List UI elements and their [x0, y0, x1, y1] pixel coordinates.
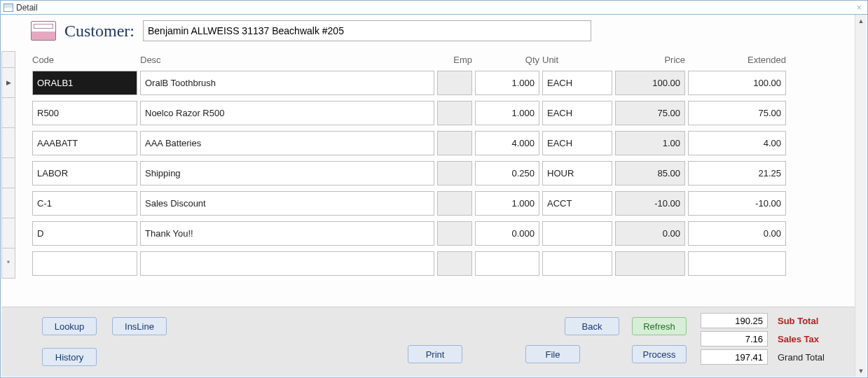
record-selector-column [1, 51, 15, 279]
customer-icon [31, 21, 56, 41]
line-row [15, 68, 850, 98]
unit-input[interactable] [542, 161, 612, 186]
unit-input[interactable] [542, 251, 612, 276]
line-row [15, 98, 850, 128]
emp-input[interactable] [437, 101, 472, 125]
line-row [15, 218, 850, 248]
scroll-up-icon[interactable]: ▲ [855, 15, 867, 27]
emp-input[interactable] [437, 71, 472, 95]
desc-input[interactable] [140, 71, 434, 95]
line-row [15, 248, 850, 279]
print-button[interactable]: Print [408, 345, 462, 363]
unit-input[interactable] [542, 71, 612, 95]
code-input[interactable] [32, 221, 137, 246]
emp-input[interactable] [437, 131, 472, 155]
ext-input[interactable] [688, 101, 786, 125]
price-input[interactable] [615, 161, 685, 186]
refresh-button[interactable]: Refresh [632, 317, 687, 335]
unit-input[interactable] [542, 191, 612, 216]
price-input[interactable] [615, 71, 685, 95]
price-input[interactable] [615, 251, 685, 276]
code-input[interactable] [32, 131, 137, 155]
record-selector[interactable] [1, 218, 15, 248]
unit-input[interactable] [542, 131, 612, 155]
code-input[interactable] [32, 251, 137, 276]
insline-button[interactable]: InsLine [112, 317, 167, 335]
price-input[interactable] [615, 101, 685, 125]
col-unit: Unit [542, 55, 612, 65]
qty-input[interactable] [475, 191, 539, 216]
subtotal-value[interactable] [701, 313, 768, 328]
code-input[interactable] [32, 101, 137, 125]
price-input[interactable] [615, 131, 685, 155]
qty-input[interactable] [475, 71, 539, 95]
customer-label: Customer: [64, 22, 135, 41]
line-row [15, 158, 850, 188]
desc-input[interactable] [140, 101, 434, 125]
desc-input[interactable] [140, 191, 434, 216]
column-headers: Code Desc Emp Qty Unit Price Extended [15, 51, 850, 68]
salestax-value[interactable] [701, 331, 768, 346]
line-row [15, 188, 850, 218]
lookup-button[interactable]: Lookup [42, 317, 97, 335]
price-input[interactable] [615, 221, 685, 246]
ext-input[interactable] [688, 131, 786, 155]
record-selector[interactable] [1, 248, 15, 279]
subtotal-label: Sub Total [778, 316, 842, 326]
emp-input[interactable] [437, 191, 472, 216]
price-input[interactable] [615, 191, 685, 216]
desc-input[interactable] [140, 221, 434, 246]
header-band: Customer: [1, 15, 867, 51]
ext-input[interactable] [688, 191, 786, 216]
process-button[interactable]: Process [632, 345, 687, 363]
grandtotal-value[interactable] [701, 349, 768, 365]
col-qty: Qty [475, 55, 539, 65]
history-button[interactable]: History [42, 348, 97, 366]
qty-input[interactable] [475, 101, 539, 125]
desc-input[interactable] [140, 161, 434, 186]
customer-input[interactable] [143, 20, 591, 41]
totals-block: Sub Total Sales Tax Grand Total [701, 313, 842, 365]
unit-input[interactable] [542, 101, 612, 125]
code-input[interactable] [32, 191, 137, 216]
qty-input[interactable] [475, 251, 539, 276]
detail-window: Detail × Customer: Code Desc Emp Qty Uni… [0, 0, 868, 378]
record-selector[interactable] [1, 68, 15, 98]
file-button[interactable]: File [525, 345, 580, 363]
window-title: Detail [16, 3, 38, 13]
qty-input[interactable] [475, 161, 539, 186]
desc-input[interactable] [140, 251, 434, 276]
desc-input[interactable] [140, 131, 434, 155]
qty-input[interactable] [475, 131, 539, 155]
code-input[interactable] [32, 71, 137, 95]
col-code: Code [32, 55, 137, 65]
ext-input[interactable] [688, 251, 786, 276]
col-emp: Emp [437, 55, 472, 65]
record-selector[interactable] [1, 188, 15, 218]
qty-input[interactable] [475, 221, 539, 246]
ext-input[interactable] [688, 161, 786, 186]
emp-input[interactable] [437, 221, 472, 246]
code-input[interactable] [32, 161, 137, 186]
salestax-label: Sales Tax [778, 334, 842, 344]
form-icon [4, 4, 13, 12]
line-row [15, 128, 850, 158]
record-selector[interactable] [1, 158, 15, 188]
line-items-grid: Code Desc Emp Qty Unit Price Extended [1, 51, 867, 279]
emp-input[interactable] [437, 161, 472, 186]
scroll-down-icon[interactable]: ▼ [855, 365, 867, 377]
col-ext: Extended [688, 55, 786, 65]
record-selector[interactable] [1, 98, 15, 128]
record-selector[interactable] [1, 128, 15, 158]
footer: Lookup InsLine History Back Refresh Prin… [1, 307, 855, 377]
back-button[interactable]: Back [565, 317, 619, 335]
unit-input[interactable] [542, 221, 612, 246]
col-price: Price [615, 55, 685, 65]
emp-input[interactable] [437, 251, 472, 276]
ext-input[interactable] [688, 71, 786, 95]
close-icon[interactable]: × [853, 2, 864, 13]
vertical-scrollbar[interactable]: ▲ ▼ [855, 15, 867, 377]
form-area: Customer: Code Desc Emp Qty Unit Price E… [1, 15, 867, 377]
ext-input[interactable] [688, 221, 786, 246]
grandtotal-label: Grand Total [778, 352, 842, 363]
